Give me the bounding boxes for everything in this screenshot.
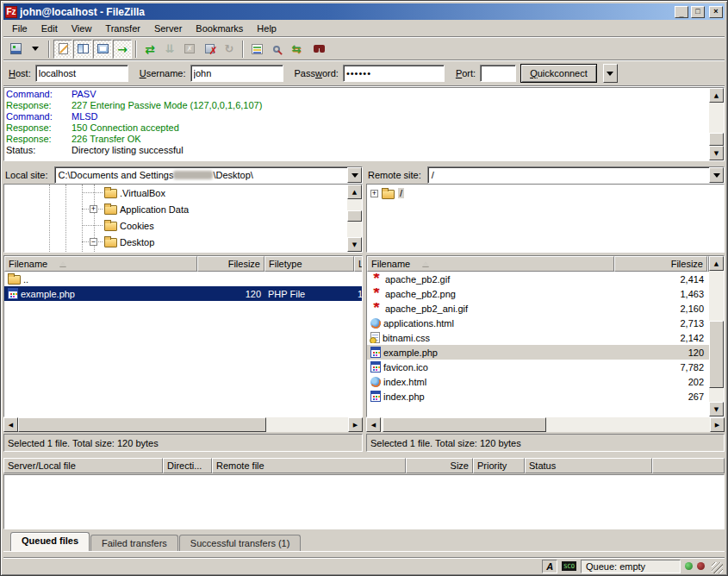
scroll-down-button[interactable]: ▼ (709, 402, 724, 416)
remote-tree-item-root[interactable]: +/ (367, 185, 724, 200)
file-row-index-html[interactable]: index.html202 (367, 374, 709, 389)
scroll-left-button[interactable]: ◀ (3, 417, 18, 432)
file-row-applications-html[interactable]: applications.html2,713 (367, 316, 709, 330)
filename-cell: *apache_pb2.gif (367, 273, 614, 285)
file-row-bitnami-css[interactable]: bitnami.css2,142 (367, 330, 709, 345)
ascii-mode-icon[interactable]: A (542, 560, 557, 573)
toggle-queue-button[interactable]: → (113, 40, 132, 59)
collapse-icon[interactable]: − (90, 238, 97, 246)
toggle-remote-tree-button[interactable] (93, 40, 112, 59)
remote-tree: +/ (366, 184, 725, 253)
find-button[interactable] (307, 40, 326, 59)
menu-bookmarks[interactable]: Bookmarks (189, 22, 250, 35)
expand-icon[interactable]: + (370, 190, 378, 197)
file-row-apache-pb2-ani-gif[interactable]: *apache_pb2_ani.gif2,160 (367, 301, 709, 316)
tree-item-application-data[interactable]: +Application Data (4, 201, 347, 217)
column-header-l[interactable]: L (354, 256, 362, 272)
remote-vscrollbar[interactable]: ▲ ▼ (709, 256, 724, 416)
queue-column-directi-[interactable]: Directi... (163, 458, 212, 473)
scroll-right-button[interactable]: ▶ (710, 417, 725, 432)
scroll-thumb[interactable] (18, 417, 266, 432)
menu-transfer[interactable]: Transfer (98, 22, 147, 35)
queue-column-remote-file[interactable]: Remote file (212, 458, 406, 473)
expand-icon[interactable]: + (90, 205, 97, 213)
maximize-button[interactable]: □ (691, 6, 705, 18)
log-line-text: 150 Connection accepted (72, 122, 179, 134)
minimize-button[interactable]: _ (675, 6, 688, 18)
username-input[interactable] (190, 65, 283, 82)
sync-browse-button[interactable]: ⇆ (287, 40, 306, 59)
disconnect-button[interactable] (200, 40, 219, 59)
local-site-dropdown[interactable] (347, 167, 362, 183)
site-manager-dropdown[interactable] (26, 40, 45, 59)
tab-failed-transfers[interactable]: Failed transfers (90, 535, 178, 551)
password-label: Password: (295, 68, 339, 78)
scroll-left-button[interactable]: ◀ (366, 417, 381, 432)
quickconnect-dropdown[interactable] (603, 64, 618, 83)
file-row-example-php[interactable]: example.php120 (367, 345, 709, 360)
password-input[interactable] (343, 65, 445, 82)
tab-queued-files[interactable]: Queued files (10, 532, 90, 551)
resize-grip[interactable] (712, 562, 723, 573)
scroll-up-button[interactable]: ▲ (347, 185, 362, 199)
menu-file[interactable]: File (5, 22, 34, 35)
php-file-icon (370, 361, 381, 373)
host-input[interactable] (35, 65, 128, 82)
local-tree-scrollbar[interactable]: ▲ ▼ (347, 185, 362, 252)
menu-help[interactable]: Help (250, 22, 283, 35)
column-header-filetype[interactable]: Filetype (264, 256, 354, 272)
remote-hscrollbar[interactable]: ◀ ▶ (366, 417, 725, 432)
compare-button[interactable] (267, 40, 286, 59)
toggle-local-tree-button[interactable] (73, 40, 92, 59)
scroll-right-button[interactable]: ▶ (348, 417, 363, 432)
file-row-apache-pb2-gif[interactable]: *apache_pb2.gif2,414 (367, 272, 709, 286)
menu-edit[interactable]: Edit (34, 22, 65, 35)
tree-item--virtualbox[interactable]: .VirtualBox (4, 185, 347, 201)
column-header-filename[interactable]: Filename (367, 256, 614, 272)
scroll-thumb[interactable] (347, 210, 362, 222)
file-row-example-php[interactable]: example.php120PHP File1 (4, 286, 362, 301)
scroll-down-button[interactable]: ▼ (347, 237, 362, 252)
title-bar[interactable]: Fz john@localhost - FileZilla _ □ × (3, 3, 725, 20)
toggle-message-log-button[interactable] (53, 40, 72, 59)
scroll-thumb[interactable] (709, 133, 724, 146)
queue-column-server-local-file[interactable]: Server/Local file (3, 458, 163, 473)
local-hscrollbar[interactable]: ◀ ▶ (3, 417, 363, 432)
filename-cell: bitnami.css (367, 332, 614, 343)
menu-server[interactable]: Server (147, 22, 189, 35)
refresh-button[interactable]: ⇄ (140, 40, 159, 59)
scroll-thumb[interactable] (709, 321, 724, 388)
filezilla-app-icon[interactable]: Fz (5, 6, 17, 18)
queue-column-status[interactable]: Status (525, 458, 652, 473)
process-queue-button[interactable]: ⇊ (160, 40, 179, 59)
quickconnect-button[interactable]: Quickconnect (520, 64, 597, 83)
site-manager-button[interactable] (6, 40, 25, 59)
scroll-up-button[interactable]: ▲ (709, 88, 724, 103)
menu-view[interactable]: View (65, 22, 99, 35)
file-row--[interactable]: .. (4, 272, 362, 286)
column-header-filesize[interactable]: Filesize (197, 256, 264, 272)
file-row-apache-pb2-png[interactable]: *apache_pb2.png1,463 (367, 286, 709, 301)
speed-limit-icon[interactable]: SCO (562, 561, 576, 571)
close-button[interactable]: × (709, 6, 723, 18)
column-header-filesize[interactable]: Filesize (614, 256, 707, 272)
reconnect-button[interactable]: ↻ (220, 40, 239, 59)
port-input[interactable] (480, 65, 516, 82)
filter-button[interactable] (247, 40, 266, 59)
scroll-up-button[interactable]: ▲ (709, 256, 724, 271)
tree-item-cookies[interactable]: Cookies (4, 217, 347, 234)
local-site-combo[interactable]: C:\Documents and Settings\Desktop\ (54, 166, 363, 184)
cancel-button[interactable]: ✗ (180, 40, 199, 59)
scroll-down-button[interactable]: ▼ (709, 146, 724, 160)
scroll-thumb[interactable] (383, 417, 546, 432)
remote-site-combo[interactable]: / (427, 166, 725, 184)
file-row-favicon-ico[interactable]: favicon.ico7,782 (367, 360, 709, 374)
file-row-index-php[interactable]: index.php267 (367, 389, 709, 404)
column-header-filename[interactable]: Filename (4, 256, 197, 272)
log-scrollbar[interactable]: ▲ ▼ (709, 88, 724, 160)
queue-column-size[interactable]: Size (406, 458, 473, 473)
tab-successful-transfers-1-[interactable]: Successful transfers (1) (179, 535, 302, 551)
queue-column-priority[interactable]: Priority (473, 458, 525, 473)
remote-site-dropdown[interactable] (709, 167, 724, 183)
tree-item-desktop[interactable]: −Desktop (4, 234, 347, 250)
